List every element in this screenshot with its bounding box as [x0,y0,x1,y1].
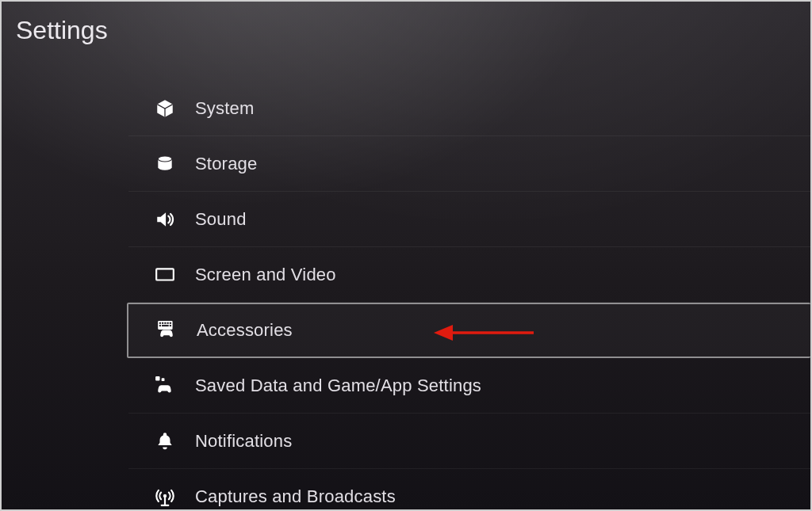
menu-item-label: Saved Data and Game/App Settings [195,376,481,396]
screen-icon [152,262,178,288]
menu-item-label: Notifications [195,431,292,452]
menu-item-label: Storage [195,154,257,174]
svg-rect-14 [155,376,159,380]
svg-rect-6 [164,322,166,324]
menu-item-label: Captures and Broadcasts [195,486,396,507]
menu-item-saved-data[interactable]: Saved Data and Game/App Settings [128,358,810,414]
menu-item-notifications[interactable]: Notifications [128,414,810,469]
menu-item-screen-video[interactable]: Screen and Video [128,247,810,303]
menu-item-label: Sound [195,209,247,230]
page-title: Settings [16,16,108,45]
svg-rect-5 [162,322,163,324]
cube-icon [152,96,178,121]
broadcast-icon [152,484,178,509]
annotation-arrow [434,323,537,342]
menu-item-label: Screen and Video [195,265,336,285]
saved-data-icon [152,373,178,399]
bell-icon [152,429,178,454]
menu-item-system[interactable]: System [128,81,810,136]
accessories-icon [154,318,179,343]
menu-item-accessories[interactable]: Accessories [127,303,810,358]
menu-item-sound[interactable]: Sound [128,192,810,247]
svg-rect-15 [162,378,165,381]
menu-item-captures-broadcasts[interactable]: Captures and Broadcasts [128,469,810,511]
svg-rect-11 [170,325,171,326]
menu-item-label: Accessories [197,320,293,341]
svg-rect-8 [170,322,171,324]
storage-icon [152,151,178,177]
settings-menu: System Storage Sound Screen and [128,81,810,511]
svg-rect-10 [162,325,169,326]
menu-item-label: System [195,98,255,119]
svg-rect-7 [167,322,169,324]
svg-marker-13 [434,325,453,341]
svg-rect-4 [159,322,161,324]
svg-rect-2 [156,269,174,280]
svg-rect-9 [159,325,161,326]
speaker-icon [152,207,178,232]
menu-item-storage[interactable]: Storage [128,136,810,192]
